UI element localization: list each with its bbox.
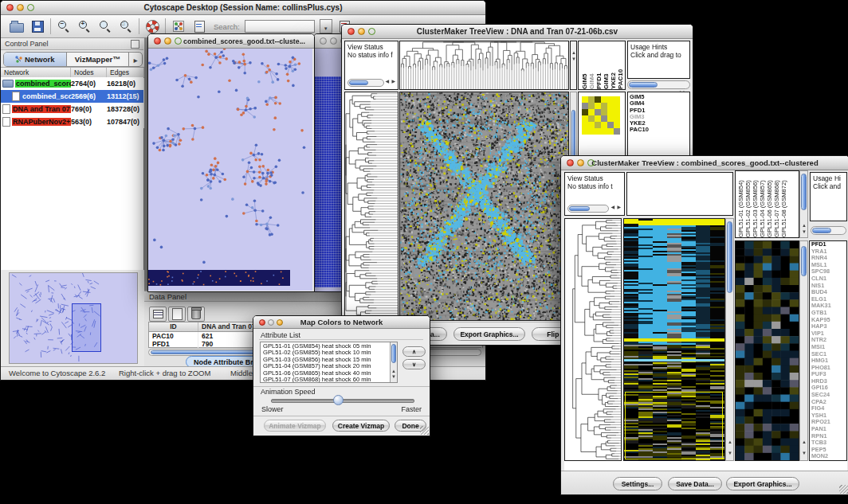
heatmap-canvas[interactable] [400,92,568,320]
scroll-right-icon[interactable] [617,197,621,212]
close-icon[interactable] [567,159,574,166]
matrix-cell[interactable] [582,115,588,122]
scrollbar-thumb[interactable] [391,344,396,363]
minimize-icon[interactable] [17,4,24,11]
scroll-right-icon[interactable] [391,72,395,86]
network-canvas[interactable] [148,49,312,291]
network-overview-button[interactable] [171,18,186,34]
matrix-cell[interactable] [582,122,588,128]
overview-canvas[interactable] [10,273,135,361]
scroll-down-icon[interactable] [571,49,576,64]
tab-overflow-button[interactable] [128,53,142,66]
zoom-selected-button[interactable] [97,18,113,34]
new-attribute-button[interactable] [168,307,186,322]
minimize-icon[interactable] [164,37,171,45]
scroll-left-icon[interactable] [610,197,614,212]
matrix-cell[interactable] [595,128,601,135]
export-graphics-button[interactable]: Export Graphics... [726,477,799,490]
scrollbar-thumb[interactable] [801,174,807,210]
matrix-cell[interactable] [607,122,614,128]
matrix-cell[interactable] [601,128,607,135]
col-edges[interactable]: Edges [107,68,144,77]
scrollbar-thumb[interactable] [812,228,831,233]
correlation-matrix[interactable] [582,96,620,135]
scrollbar-thumb[interactable] [629,82,658,88]
heatmap-canvas[interactable] [624,219,724,460]
close-icon[interactable] [320,37,327,45]
zoom-in-button[interactable]: + [77,18,92,34]
matrix-cell[interactable] [588,115,595,122]
col-id[interactable]: ID [149,322,198,331]
matrix-cell[interactable] [595,109,601,115]
view-status-hscrollbar[interactable] [347,79,384,87]
col-nodes[interactable]: Nodes [71,68,107,77]
delete-attribute-button[interactable] [187,307,205,322]
matrix-cell[interactable] [601,122,607,128]
network-row[interactable]: combined_scores_2764(0)16218(0) [1,77,143,90]
scrollbar-thumb[interactable] [569,206,590,211]
close-icon[interactable] [259,319,265,326]
network-row[interactable]: combined_sco2569(6)13112(15) [1,90,143,103]
matrix-cell[interactable] [588,109,595,115]
scroll-down-icon[interactable] [728,443,732,458]
matrix-cell[interactable] [595,96,601,103]
attribute-list-vscrollbar[interactable] [390,342,397,382]
float-panel-icon[interactable] [131,40,139,49]
search-dropdown-button[interactable] [320,19,332,33]
tv2-heatmap-vscrollbar[interactable] [725,218,734,461]
matrix-cell[interactable] [595,122,601,128]
help-button[interactable] [144,18,160,34]
tv2-labels-vscrollbar[interactable] [799,170,808,238]
network-row[interactable]: RNAPuberNov2+563(0)107847(0) [1,115,143,128]
tab-vizmapper[interactable]: VizMapper™ [67,53,129,66]
matrix-cell[interactable] [601,103,607,109]
scroll-down-icon[interactable] [391,367,396,381]
animation-slider-thumb[interactable] [333,395,344,405]
matrix-cell[interactable] [588,103,595,109]
column-dendrogram-canvas[interactable] [400,41,568,89]
matrix-cell[interactable] [614,122,620,128]
matrix-cell[interactable] [607,109,614,115]
matrix-cell[interactable] [614,115,620,122]
view-status-hscrollbar[interactable] [567,205,609,213]
resize-grip[interactable] [420,426,429,435]
matrix-cell[interactable] [601,96,607,103]
minimize-icon[interactable] [330,37,337,45]
attribute-item[interactable]: GPL51-07 (GSM868) heat shock 60 min [261,377,397,383]
scrollbar-thumb[interactable] [727,221,732,293]
scroll-left-icon[interactable] [385,72,389,86]
tab-network[interactable]: Network [4,53,67,66]
tv2-genes-vscrollbar[interactable] [799,240,808,461]
matrix-cell[interactable] [595,103,601,109]
zoom-fit-button[interactable]: □ [118,18,134,34]
network-row[interactable]: DNA and Tran 07769(0)183728(0) [1,103,143,115]
zoom-window-icon[interactable] [587,159,595,166]
zoom-window-icon[interactable] [175,37,182,45]
export-graphics-button[interactable]: Export Graphics... [453,327,525,341]
matrix-cell[interactable] [607,128,614,135]
scroll-down-icon[interactable] [802,443,807,458]
minimize-icon[interactable] [358,28,365,35]
treeview2-titlebar[interactable]: ClusterMaker TreeView : combined_scores_… [561,156,848,170]
matrix-cell[interactable] [582,128,588,135]
matrix-cell[interactable] [601,109,607,115]
matrix-cell[interactable] [607,115,614,122]
zoom-out-button[interactable]: − [56,18,72,34]
tv2-zoom-heatmap[interactable] [735,240,799,461]
matrix-cell[interactable] [588,96,595,103]
matrix-cell[interactable] [595,115,601,122]
matrix-cell[interactable] [582,96,588,103]
row-dendrogram-canvas[interactable] [565,219,621,460]
matrix-cell[interactable] [607,96,614,103]
scrollbar-thumb[interactable] [801,246,807,276]
treeview1-titlebar[interactable]: ClusterMaker TreeView : DNA and Tran 07-… [342,25,693,39]
tv2-heatmap[interactable] [623,218,725,461]
close-icon[interactable] [154,37,161,45]
resize-grip[interactable] [839,485,848,494]
network-view-titlebar[interactable]: combined_scores_good.txt--cluste... [148,34,314,49]
save-data-button[interactable]: Save Data... [668,477,722,490]
matrix-cell[interactable] [607,103,614,109]
open-session-button[interactable] [9,18,25,34]
settings-button[interactable]: Settings... [613,477,662,490]
tv2-column-dendrogram[interactable] [626,172,733,216]
